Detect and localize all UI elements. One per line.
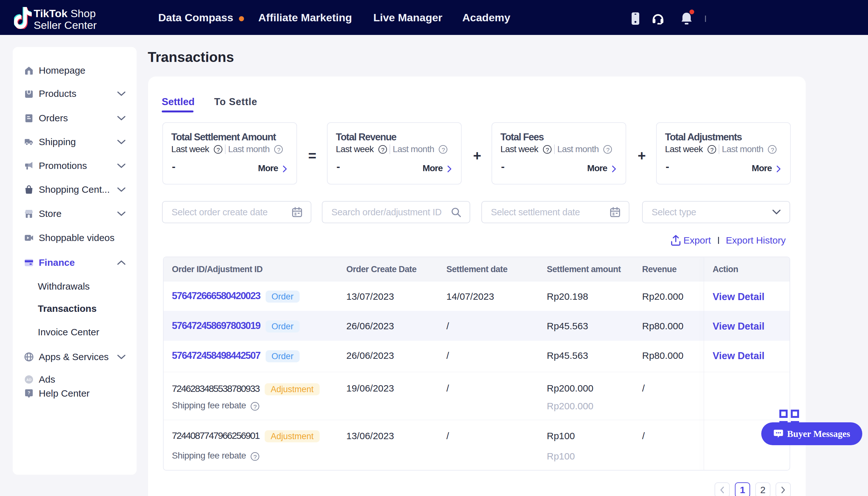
svg-text:?: ? — [28, 390, 30, 396]
svg-text:AD: AD — [26, 378, 31, 382]
